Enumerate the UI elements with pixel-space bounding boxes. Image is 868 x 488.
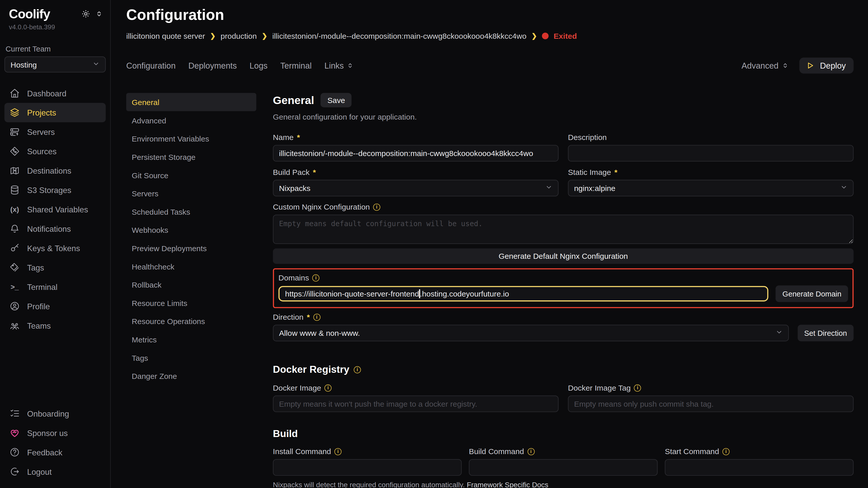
info-icon: i	[324, 384, 332, 391]
sidebar-item-profile[interactable]: Profile	[4, 296, 105, 316]
sidebar-item-terminal[interactable]: >_ Terminal	[4, 277, 105, 296]
required-marker: *	[307, 313, 310, 322]
generate-nginx-config-button[interactable]: Generate Default Nginx Configuration	[273, 248, 854, 264]
subnav-item-resource-operations[interactable]: Resource Operations	[126, 312, 256, 330]
section-subtitle: General configuration for your applicati…	[273, 112, 854, 121]
subnav-item-general[interactable]: General	[126, 93, 256, 111]
tab-bar: Configuration Deployments Logs Terminal …	[126, 58, 854, 74]
sidebar-item-logout[interactable]: Logout	[4, 462, 105, 481]
static-image-select[interactable]: nginx:alpine	[568, 180, 854, 196]
install-command-input[interactable]	[273, 459, 462, 476]
tab-configuration[interactable]: Configuration	[126, 61, 176, 70]
sidebar-item-teams[interactable]: Teams	[4, 316, 105, 335]
logout-icon	[9, 466, 20, 477]
sidebar-item-s3-storages[interactable]: S3 Storages	[4, 180, 105, 200]
direction-label: Direction	[273, 313, 304, 322]
domains-highlight-box: Domainsi https://illicitonion-quote-serv…	[273, 268, 854, 308]
theme-toggle-sun-icon[interactable]	[82, 9, 90, 19]
breadcrumb-project[interactable]: illicitonion quote server	[126, 32, 205, 40]
build-command-input[interactable]	[469, 459, 658, 476]
sidebar-item-sources[interactable]: Sources	[4, 141, 105, 161]
sidebar-item-onboarding[interactable]: Onboarding	[4, 404, 105, 423]
chevron-down-icon	[92, 60, 99, 69]
current-team-label: Current Team	[4, 45, 105, 53]
docker-image-tag-label: Docker Image Tag	[568, 384, 631, 392]
team-select-value: Hosting	[10, 60, 37, 69]
docker-image-tag-input[interactable]	[568, 395, 854, 412]
set-direction-button[interactable]: Set Direction	[798, 325, 854, 341]
subnav-item-scheduled-tasks[interactable]: Scheduled Tasks	[126, 202, 256, 221]
subnav-item-environment-variables[interactable]: Environment Variables	[126, 130, 256, 148]
custom-nginx-label: Custom Nginx Configuration	[273, 202, 370, 212]
subnav-item-servers[interactable]: Servers	[126, 184, 256, 202]
subnav-item-rollback[interactable]: Rollback	[126, 275, 256, 294]
sidebar-item-notifications[interactable]: Notifications	[4, 219, 105, 238]
tab-logs[interactable]: Logs	[250, 61, 268, 70]
advanced-selector[interactable]: Advanced	[741, 61, 788, 70]
sidebar-item-sponsor-us[interactable]: Sponsor us	[4, 423, 105, 443]
sidebar-item-feedback[interactable]: Feedback	[4, 443, 105, 462]
info-icon: i	[722, 448, 730, 455]
sidebar-item-servers[interactable]: Servers	[4, 122, 105, 141]
deploy-button[interactable]: Deploy	[800, 58, 854, 74]
status-dot	[542, 33, 549, 39]
terminal-prompt-icon: >_	[9, 283, 20, 291]
sidebar-item-destinations[interactable]: Destinations	[4, 161, 105, 180]
subnav-item-resource-limits[interactable]: Resource Limits	[126, 294, 256, 312]
chevron-right-icon: ❯	[531, 32, 537, 40]
sidebar-item-projects[interactable]: Projects	[4, 103, 105, 122]
subnav-item-git-source[interactable]: Git Source	[126, 166, 256, 184]
sidebar-item-label: Terminal	[27, 283, 57, 291]
help-circle-icon	[9, 447, 20, 457]
team-select[interactable]: Hosting	[4, 56, 105, 72]
build-pack-select[interactable]: Nixpacks	[273, 180, 559, 196]
subnav-item-danger-zone[interactable]: Danger Zone	[126, 367, 256, 385]
deploy-label: Deploy	[820, 61, 846, 70]
subnav-item-webhooks[interactable]: Webhooks	[126, 221, 256, 239]
main-content: Configuration illicitonion quote server …	[111, 0, 868, 488]
sidebar-footer-nav: Onboarding Sponsor us Feedback Logout	[4, 404, 105, 481]
sidebar-item-tags[interactable]: Tags	[4, 258, 105, 277]
subnav-item-preview-deployments[interactable]: Preview Deployments	[126, 239, 256, 257]
tab-links[interactable]: Links	[324, 61, 353, 70]
config-subnav: General Advanced Environment Variables P…	[126, 93, 256, 488]
subnav-item-healthcheck[interactable]: Healthcheck	[126, 257, 256, 275]
save-button[interactable]: Save	[321, 93, 351, 107]
breadcrumb-environment[interactable]: production	[221, 32, 257, 40]
sidebar-nav: Dashboard Projects Servers Sources Desti…	[4, 84, 105, 335]
subnav-item-metrics[interactable]: Metrics	[126, 330, 256, 349]
direction-select[interactable]: Allow www & non-www.	[273, 325, 789, 341]
breadcrumb-application[interactable]: illicitestonion/-module--decomposition:m…	[272, 32, 526, 40]
generate-domain-button[interactable]: Generate Domain	[776, 286, 848, 302]
framework-docs-link[interactable]: Framework Specific Docs	[467, 481, 548, 488]
user-circle-icon	[9, 301, 20, 311]
page-title: Configuration	[126, 7, 854, 24]
tab-deployments[interactable]: Deployments	[188, 61, 237, 70]
subnav-item-tags[interactable]: Tags	[126, 349, 256, 367]
description-input[interactable]	[568, 145, 854, 161]
note-text: Nixpacks will detect the required config…	[273, 481, 465, 488]
tab-terminal[interactable]: Terminal	[280, 61, 312, 70]
sidebar-item-dashboard[interactable]: Dashboard	[4, 84, 105, 103]
subnav-item-persistent-storage[interactable]: Persistent Storage	[126, 148, 256, 166]
build-command-label: Build Command	[469, 447, 524, 456]
info-icon: i	[373, 203, 380, 210]
sidebar-item-label: Servers	[27, 128, 55, 136]
required-marker: *	[313, 167, 316, 176]
domains-input[interactable]: https://illicitonion-quote-server-fronte…	[278, 286, 769, 302]
general-form: General Save General configuration for y…	[273, 93, 854, 488]
docker-image-input[interactable]	[273, 395, 559, 412]
custom-nginx-textarea[interactable]	[273, 215, 854, 244]
subnav-item-advanced[interactable]: Advanced	[126, 111, 256, 130]
users-icon	[9, 320, 20, 331]
tag-icon	[9, 262, 20, 272]
sidebar-item-shared-variables[interactable]: (x) Shared Variables	[4, 200, 105, 219]
brand-selector-chevron-up-down-icon[interactable]	[96, 10, 102, 18]
sidebar-item-keys-tokens[interactable]: Keys & Tokens	[4, 238, 105, 258]
name-label: Name	[273, 133, 294, 142]
name-input[interactable]	[273, 145, 559, 161]
sidebar-item-label: Teams	[27, 321, 51, 330]
start-command-input[interactable]	[665, 459, 854, 476]
advanced-label: Advanced	[741, 61, 778, 70]
server-icon	[9, 127, 20, 137]
